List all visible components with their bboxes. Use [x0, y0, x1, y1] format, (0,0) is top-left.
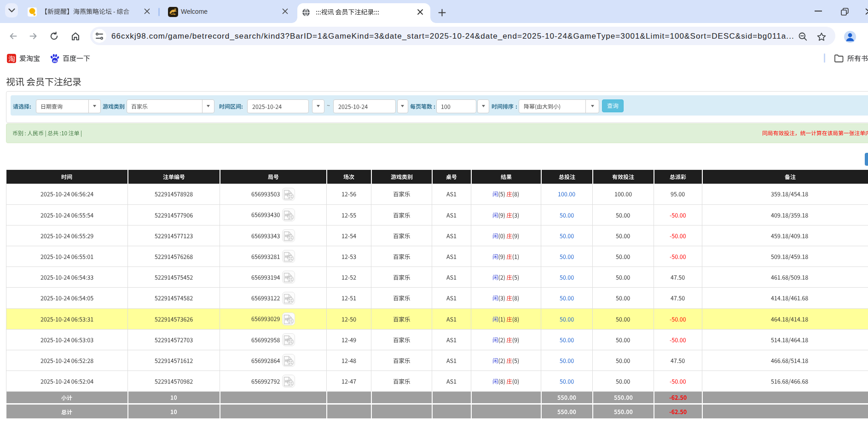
svg-text:du: du	[53, 59, 57, 63]
